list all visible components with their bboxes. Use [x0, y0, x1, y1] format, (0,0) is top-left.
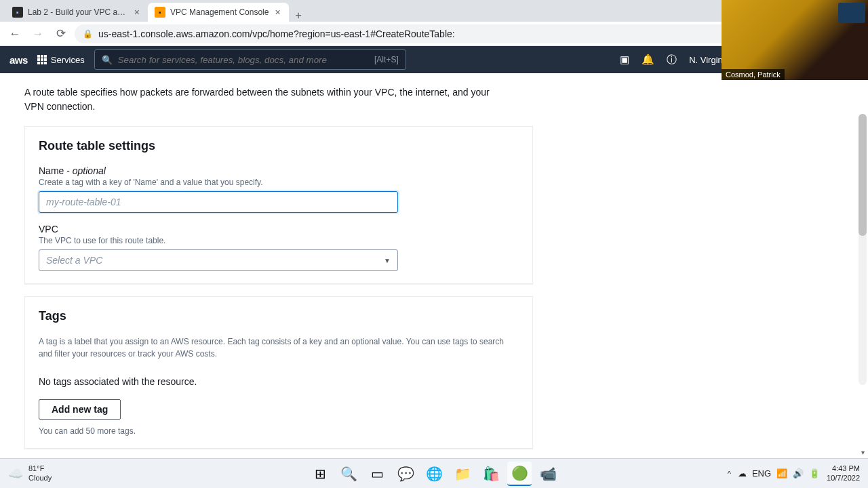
back-button[interactable]: ←	[5, 24, 24, 43]
aws-logo[interactable]: aws	[9, 54, 28, 66]
vpc-hint: The VPC to use for this route table.	[39, 236, 519, 245]
services-label: Services	[51, 55, 85, 65]
grid-icon	[37, 55, 47, 64]
temperature: 81°F	[28, 464, 52, 473]
tab-lab2[interactable]: ▪ Lab 2 - Build your VPC and Laun ×	[5, 3, 148, 22]
vpc-select[interactable]: Select a VPC ▼	[39, 249, 398, 271]
page-description: A route table specifies how packets are …	[24, 85, 499, 114]
route-table-settings-panel: Route table settings Name - optional Cre…	[24, 126, 533, 284]
tray-chevron-icon[interactable]: ^	[728, 470, 731, 478]
battery-icon[interactable]: 🔋	[809, 468, 820, 479]
no-tags-message: No tags associated with the resource.	[39, 376, 519, 387]
panel-title: Route table settings	[39, 139, 519, 153]
notifications-icon[interactable]: 🔔	[642, 54, 654, 66]
weather-widget[interactable]: ☁️ 81°F Cloudy	[8, 464, 52, 482]
search-input[interactable]	[118, 55, 369, 65]
scroll-down-arrow[interactable]: ▾	[859, 449, 867, 457]
vpc-label: VPC	[39, 224, 519, 235]
close-icon[interactable]: ×	[273, 7, 281, 18]
name-hint: Create a tag with a key of 'Name' and a …	[39, 178, 519, 187]
webcam-name-label: Cosmod, Patrick	[722, 69, 785, 80]
chevron-down-icon: ▼	[384, 257, 391, 264]
taskbar-app-explorer[interactable]: 📁	[450, 462, 475, 486]
weather-icon: ☁️	[8, 466, 23, 481]
date-text: 10/7/2022	[827, 474, 860, 483]
url-text: us-east-1.console.aws.amazon.com/vpc/hom…	[98, 28, 455, 39]
new-tab-button[interactable]: +	[289, 9, 309, 22]
tab-favicon-lab: ▪	[12, 7, 23, 18]
forward-button[interactable]: →	[28, 24, 47, 43]
start-button[interactable]: ⊞	[308, 462, 332, 486]
webcam-badge	[838, 3, 865, 23]
taskbar-app-store[interactable]: 🛍️	[479, 462, 503, 486]
content-area: A route table specifies how packets are …	[0, 73, 868, 458]
close-icon[interactable]: ×	[133, 7, 141, 18]
webcam-overlay: Cosmod, Patrick	[722, 0, 868, 80]
taskbar-app-chrome[interactable]: 🟢	[507, 462, 532, 486]
name-field: Name - optional Create a tag with a key …	[39, 165, 519, 213]
taskbar-app-edge[interactable]: 🌐	[422, 462, 446, 486]
search-icon: 🔍	[102, 55, 113, 65]
services-menu[interactable]: Services	[37, 55, 85, 65]
tab-title: Lab 2 - Build your VPC and Laun	[28, 7, 128, 17]
weather-condition: Cloudy	[28, 474, 52, 483]
volume-icon[interactable]: 🔊	[793, 468, 804, 479]
language-icon[interactable]: ENG	[752, 468, 771, 479]
name-input[interactable]	[39, 191, 398, 213]
tab-title: VPC Management Console	[170, 7, 269, 17]
scrollbar-thumb[interactable]	[859, 114, 867, 236]
taskbar-app-zoom[interactable]: 📹	[536, 462, 560, 486]
task-view-button[interactable]: ▭	[365, 462, 389, 486]
search-shortcut: [Alt+S]	[374, 55, 399, 64]
vpc-field: VPC The VPC to use for this route table.…	[39, 224, 519, 271]
reload-button[interactable]: ⟳	[52, 24, 71, 43]
address-bar[interactable]: 🔒 us-east-1.console.aws.amazon.com/vpc/h…	[75, 24, 802, 43]
name-label: Name - optional	[39, 165, 519, 176]
tags-panel: Tags A tag is a label that you assign to…	[24, 296, 533, 449]
windows-taskbar: ☁️ 81°F Cloudy ⊞ 🔍 ▭ 💬 🌐 📁 🛍️ 🟢 📹 ^ ☁ EN…	[0, 458, 868, 488]
tag-limit-text: You can add 50 more tags.	[39, 426, 519, 436]
search-button[interactable]: 🔍	[336, 462, 361, 486]
clock[interactable]: 4:43 PM 10/7/2022	[827, 464, 860, 482]
tags-description: A tag is a label that you assign to an A…	[39, 336, 519, 360]
wifi-icon[interactable]: 📶	[776, 468, 787, 479]
add-new-tag-button[interactable]: Add new tag	[39, 399, 121, 420]
onedrive-icon[interactable]: ☁	[738, 468, 747, 479]
aws-search-bar[interactable]: 🔍 [Alt+S]	[94, 49, 406, 70]
lock-icon: 🔒	[83, 29, 93, 39]
vpc-placeholder: Select a VPC	[46, 255, 102, 266]
cloudshell-icon[interactable]: ▣	[620, 54, 629, 66]
help-icon[interactable]: ⓘ	[667, 54, 677, 66]
tab-vpc-console[interactable]: ▪ VPC Management Console ×	[148, 3, 289, 22]
time-text: 4:43 PM	[832, 464, 860, 473]
tab-favicon-aws: ▪	[155, 7, 165, 18]
taskbar-app-chat[interactable]: 💬	[393, 462, 418, 486]
tags-title: Tags	[39, 309, 519, 323]
